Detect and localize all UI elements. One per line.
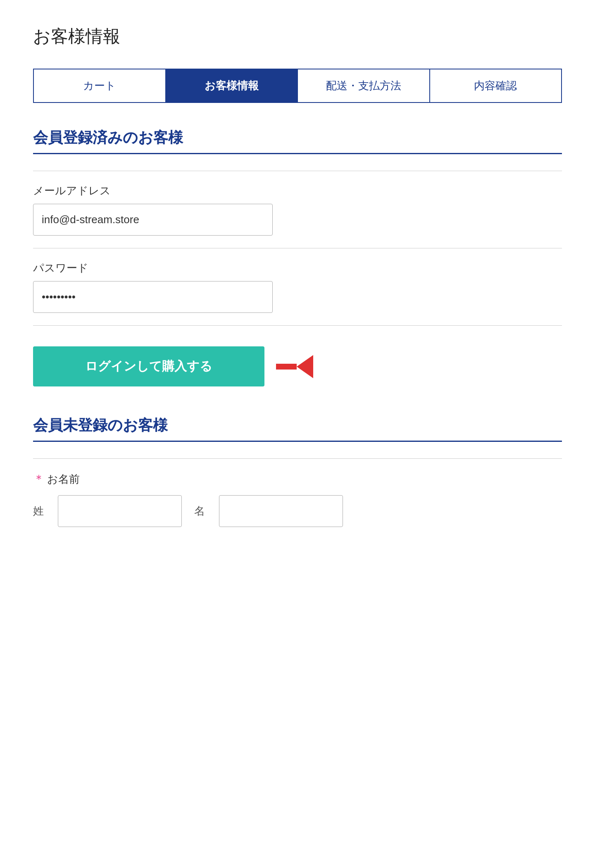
first-name-prefix: 名 <box>194 504 207 518</box>
stepper-item-customer-info[interactable]: お客様情報 <box>166 69 298 102</box>
name-label: お名前 <box>47 472 80 486</box>
arrow-stem <box>276 364 297 370</box>
guest-section-heading: 会員未登録のお客様 <box>33 415 562 442</box>
first-name-input[interactable] <box>219 495 343 527</box>
email-input[interactable] <box>33 204 273 236</box>
last-name-input[interactable] <box>58 495 182 527</box>
divider-3 <box>33 325 562 326</box>
stepper-item-cart[interactable]: カート <box>34 69 166 102</box>
name-input-row: 姓 名 <box>33 495 562 527</box>
email-label: メールアドレス <box>33 184 562 198</box>
login-button[interactable]: ログインして購入する <box>33 346 264 386</box>
required-star: ＊ <box>33 471 45 487</box>
stepper-item-shipping[interactable]: 配送・支払方法 <box>298 69 430 102</box>
login-row: ログインして購入する <box>33 346 562 386</box>
divider-4 <box>33 458 562 459</box>
member-section: 会員登録済みのお客様 メールアドレス パスワード ログインして購入する <box>33 128 562 386</box>
divider-1 <box>33 171 562 171</box>
guest-section: 会員未登録のお客様 ＊ お名前 姓 名 <box>33 415 562 527</box>
member-section-heading: 会員登録済みのお客様 <box>33 128 562 154</box>
stepper: カート お客様情報 配送・支払方法 内容確認 <box>33 69 562 103</box>
divider-2 <box>33 248 562 248</box>
name-field-group: ＊ お名前 姓 名 <box>33 471 562 527</box>
password-input[interactable] <box>33 281 273 313</box>
arrow-head <box>297 355 313 378</box>
arrow-indicator <box>277 355 313 378</box>
page-title: お客様情報 <box>33 25 562 48</box>
name-field-label-row: ＊ お名前 <box>33 471 562 487</box>
last-name-prefix: 姓 <box>33 504 45 518</box>
password-label: パスワード <box>33 261 562 275</box>
stepper-item-confirm[interactable]: 内容確認 <box>430 69 562 102</box>
